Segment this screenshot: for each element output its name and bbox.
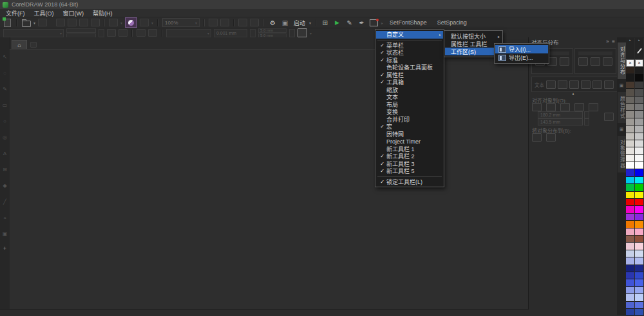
color-swatch[interactable] <box>635 97 643 104</box>
color-swatch[interactable] <box>635 74 643 81</box>
customize-submenu-item[interactable]: 工作区(S)▸ <box>445 48 502 55</box>
color-swatch[interactable] <box>626 228 634 236</box>
color-swatch[interactable] <box>635 140 643 147</box>
color-swatch[interactable] <box>635 111 643 118</box>
color-swatch[interactable] <box>635 243 643 250</box>
color-swatch[interactable] <box>635 155 643 162</box>
color-swatch[interactable] <box>635 287 643 294</box>
new-document-button[interactable] <box>3 19 12 27</box>
palette-flyout-arrow-icon[interactable]: ▸ <box>635 37 643 42</box>
color-swatch[interactable] <box>626 206 634 213</box>
color-swatch[interactable] <box>635 177 643 184</box>
new-window-record-button[interactable] <box>369 19 379 27</box>
color-swatch[interactable] <box>626 236 634 243</box>
launch-menu-label[interactable]: 启动 <box>294 19 305 27</box>
color-swatch[interactable] <box>626 214 634 221</box>
new-document-tab[interactable] <box>29 41 38 49</box>
color-swatch[interactable] <box>635 133 643 140</box>
docker-menu-icon[interactable]: ≡ <box>612 39 615 44</box>
freehand-tool[interactable]: ✎ <box>0 81 10 97</box>
zoom-level-combo[interactable]: 100% ▾ <box>162 18 200 27</box>
color-swatch[interactable] <box>626 243 634 250</box>
color-swatch[interactable] <box>626 184 634 191</box>
fill-tool[interactable]: ◆ <box>0 178 10 194</box>
outline-tool[interactable]: ▣ <box>0 226 10 242</box>
table-tool[interactable]: ⊞ <box>0 162 10 178</box>
color-swatch[interactable] <box>626 287 634 294</box>
launch-dropdown-arrow-icon[interactable]: ▾ <box>309 21 311 25</box>
color-swatch[interactable] <box>626 302 634 309</box>
color-swatch[interactable] <box>635 89 643 96</box>
workspace-submenu-item[interactable]: 导出(E)... <box>495 53 548 62</box>
color-swatch[interactable] <box>635 118 643 125</box>
rectangle-tool[interactable]: ▭ <box>0 97 10 113</box>
treat-as-filled-button[interactable] <box>298 28 307 37</box>
color-swatch[interactable] <box>635 214 643 221</box>
options-button[interactable]: ⚙ <box>268 19 278 27</box>
color-swatch[interactable] <box>635 302 643 309</box>
menubar-item[interactable]: 窗口(W) <box>59 9 89 17</box>
menubar-item[interactable]: 工具(O) <box>30 9 59 17</box>
customize-submenu-item[interactable]: 属性栏 工具栏▸ <box>445 40 502 48</box>
color-swatch[interactable] <box>626 162 634 169</box>
customize-submenu-item[interactable]: 默认按钮大小▸ <box>445 32 502 40</box>
color-swatch[interactable] <box>635 279 643 286</box>
menubar-item[interactable]: 文件(F) <box>1 9 30 17</box>
color-swatch[interactable] <box>626 133 634 140</box>
table-grid-icon[interactable]: ⊞ <box>320 19 330 27</box>
color-swatch[interactable] <box>635 250 643 257</box>
color-swatch[interactable] <box>626 74 634 81</box>
color-swatch[interactable] <box>635 162 643 169</box>
macro-setspacing-button[interactable]: SetSpacing <box>433 19 471 26</box>
color-swatch[interactable] <box>626 147 634 154</box>
color-swatch[interactable] <box>626 309 634 316</box>
color-swatch[interactable] <box>635 294 643 301</box>
color-swatch[interactable] <box>626 111 634 118</box>
color-swatch[interactable] <box>635 147 643 154</box>
color-swatch[interactable] <box>626 67 634 74</box>
section-expand-arrow-icon[interactable]: ▴ <box>529 91 618 95</box>
signature-pen-icon[interactable]: ✒ <box>357 19 366 27</box>
eraser-tool[interactable]: × <box>0 210 10 226</box>
color-swatch[interactable] <box>626 155 634 162</box>
ellipse-tool[interactable]: ○ <box>0 113 10 129</box>
color-swatch[interactable] <box>626 82 634 89</box>
color-swatch[interactable] <box>635 82 643 89</box>
home-tab[interactable]: ⌂ <box>12 40 27 49</box>
color-swatch[interactable] <box>626 169 634 176</box>
color-swatch[interactable] <box>635 206 643 213</box>
text-tool[interactable]: A <box>0 145 10 162</box>
color-swatch[interactable] <box>626 177 634 184</box>
color-swatch[interactable] <box>635 199 643 206</box>
docker-collapse-icon[interactable]: » <box>606 39 609 44</box>
color-swatch[interactable] <box>635 125 643 133</box>
add-tool-button[interactable]: + <box>0 242 10 255</box>
toolbar-menu-item[interactable]: 因特网 <box>376 131 443 138</box>
color-swatch[interactable] <box>626 192 634 199</box>
menubar-item[interactable]: 帮助(H) <box>88 9 117 17</box>
color-swatch[interactable] <box>626 221 634 228</box>
toolbar-menu-item[interactable]: ✓新工具栏 5 <box>376 167 443 175</box>
docker-tab-3[interactable]: 对象管理器 <box>618 136 626 172</box>
color-swatch[interactable] <box>626 89 634 96</box>
macro-setfontshape-button[interactable]: SetFontShape <box>386 19 431 26</box>
color-swatch[interactable] <box>626 279 634 286</box>
edit-pencil-icon[interactable]: ✎ <box>345 19 354 27</box>
workspace-submenu-item[interactable]: 导入(I)... <box>495 45 548 53</box>
color-swatch[interactable] <box>626 118 634 125</box>
color-swatch[interactable] <box>635 104 643 111</box>
no-color-swatch[interactable]: × <box>635 59 643 67</box>
menu-item-customize[interactable]: 自定义 ▸ <box>376 31 443 39</box>
color-swatch[interactable] <box>635 309 643 316</box>
color-swatch[interactable] <box>635 192 643 199</box>
color-swatch[interactable] <box>626 199 634 206</box>
run-macro-icon[interactable]: ▶ <box>332 19 342 27</box>
pick-tool[interactable]: ↖ <box>0 49 10 65</box>
color-swatch[interactable] <box>626 140 634 147</box>
color-swatch[interactable] <box>635 236 643 243</box>
open-dropdown-arrow-icon[interactable]: ▾ <box>33 21 35 25</box>
color-swatch[interactable] <box>626 294 634 301</box>
color-swatch[interactable] <box>635 184 643 191</box>
color-swatch[interactable] <box>635 67 643 74</box>
color-swatch[interactable] <box>626 250 634 257</box>
